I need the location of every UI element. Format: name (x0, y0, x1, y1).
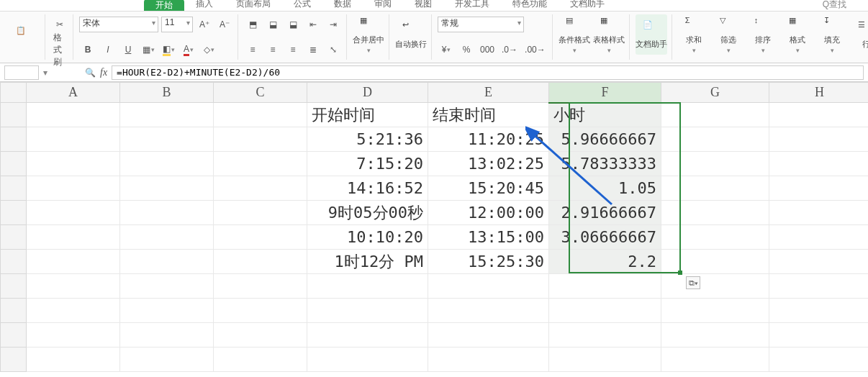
cell-B8[interactable] (120, 274, 214, 299)
col-header-E[interactable]: E (428, 83, 549, 103)
number-format-select[interactable]: 常规 (438, 17, 524, 32)
cell-F7[interactable]: 2.2 (549, 250, 661, 274)
col-header-D[interactable]: D (307, 83, 428, 103)
cell-A3[interactable] (27, 152, 120, 176)
cell-F8[interactable] (549, 274, 661, 299)
cell-D3[interactable]: 7:15:20 (307, 152, 428, 176)
row-header-7[interactable] (1, 250, 27, 274)
cell-A5[interactable] (27, 201, 120, 225)
tab-视图[interactable]: 视图 (403, 0, 443, 11)
tab-文档助手[interactable]: 文档助手 (559, 0, 616, 11)
cell-A9[interactable] (27, 299, 120, 323)
cell-E9[interactable] (428, 299, 549, 323)
cell-F11[interactable] (549, 348, 661, 372)
cut-icon[interactable]: ✂ (51, 16, 68, 33)
cell-C10[interactable] (214, 323, 307, 348)
sort-button[interactable]: ↕排序 (747, 14, 779, 55)
tab-页面布局[interactable]: 页面布局 (225, 0, 282, 11)
cell-H5[interactable] (769, 201, 869, 225)
tab-数据[interactable]: 数据 (322, 0, 363, 11)
fill-button[interactable]: ↧填充 (816, 14, 848, 55)
row-header-9[interactable] (1, 299, 27, 323)
align-middle-icon[interactable]: ⬓ (264, 16, 281, 33)
wrap-text-button[interactable]: ↩自动换行 (395, 14, 427, 55)
align-bottom-icon[interactable]: ⬓ (284, 16, 302, 33)
cell-H1[interactable] (769, 103, 869, 127)
cell-E1[interactable]: 结束时间 (428, 103, 549, 127)
cell-B6[interactable] (120, 225, 214, 250)
cell-C4[interactable] (214, 176, 307, 201)
cell-E3[interactable]: 13:02:25 (428, 152, 549, 176)
cell-C6[interactable] (214, 225, 307, 250)
row-header-4[interactable] (1, 176, 27, 201)
col-header-F[interactable]: F (549, 83, 661, 103)
cell-A7[interactable] (27, 250, 120, 274)
cell-G11[interactable] (661, 348, 769, 372)
row-header-1[interactable] (1, 103, 27, 127)
cell-C5[interactable] (214, 201, 307, 225)
tab-插入[interactable]: 插入 (184, 0, 225, 11)
cell-G7[interactable] (661, 250, 769, 274)
cell-G10[interactable] (661, 323, 769, 348)
tab-开发工具[interactable]: 开发工具 (443, 0, 501, 11)
cell-H4[interactable] (769, 176, 869, 201)
cell-A2[interactable] (27, 127, 120, 152)
select-all-corner[interactable] (1, 83, 27, 103)
cell-D5[interactable]: 9时05分00秒 (307, 201, 428, 225)
cell-D10[interactable] (307, 323, 428, 348)
font-color-button[interactable]: A (180, 41, 197, 58)
tab-特色功能[interactable]: 特色功能 (501, 0, 559, 11)
cell-F2[interactable]: 5.96666667 (549, 127, 661, 152)
percent-button[interactable]: % (458, 41, 475, 58)
col-header-A[interactable]: A (27, 83, 120, 103)
cell-E5[interactable]: 12:00:00 (428, 201, 549, 225)
cell-F1[interactable]: 小时 (549, 103, 661, 127)
indent-dec-icon[interactable]: ⇤ (304, 16, 322, 33)
cell-B11[interactable] (120, 348, 214, 372)
comma-button[interactable]: 000 (478, 41, 497, 58)
align-left-icon[interactable]: ≡ (244, 41, 261, 58)
cell-H6[interactable] (769, 225, 869, 250)
align-center-icon[interactable]: ≡ (264, 41, 281, 58)
highlight-button[interactable]: ◇ (200, 41, 217, 58)
cell-B7[interactable] (120, 250, 214, 274)
format-button[interactable]: ▦格式 (782, 14, 813, 55)
cell-F10[interactable] (549, 323, 661, 348)
cell-H11[interactable] (769, 348, 869, 372)
filter-button[interactable]: ▽筛选 (713, 14, 744, 55)
cell-E7[interactable]: 15:25:30 (428, 250, 549, 274)
col-header-B[interactable]: B (120, 83, 214, 103)
col-header-H[interactable]: H (769, 83, 869, 103)
cell-B3[interactable] (120, 152, 214, 176)
align-right-icon[interactable]: ≡ (284, 41, 302, 58)
cell-F6[interactable]: 3.06666667 (549, 225, 661, 250)
cell-G3[interactable] (661, 152, 769, 176)
border-button[interactable]: ▦ (140, 41, 157, 58)
italic-button[interactable]: I (99, 41, 117, 58)
cell-C7[interactable] (214, 250, 307, 274)
cell-D4[interactable]: 14:16:52 (307, 176, 428, 201)
cell-G4[interactable] (661, 176, 769, 201)
cell-C11[interactable] (214, 348, 307, 372)
cell-D8[interactable] (307, 274, 428, 299)
cell-B5[interactable] (120, 201, 214, 225)
tab-审阅[interactable]: 审阅 (363, 0, 403, 11)
cell-E10[interactable] (428, 323, 549, 348)
cell-G8[interactable] (661, 274, 769, 299)
row-header-5[interactable] (1, 201, 27, 225)
cell-H10[interactable] (769, 323, 869, 348)
cell-H2[interactable] (769, 127, 869, 152)
row-header-8[interactable] (1, 274, 27, 299)
search-hint[interactable]: Q查找 (823, 0, 846, 11)
row-header-6[interactable] (1, 225, 27, 250)
cell-G9[interactable] (661, 299, 769, 323)
grid[interactable]: ABCDEFGH 开始时间结束时间小时5:21:3611:20:255.9666… (0, 82, 868, 376)
font-increase-button[interactable]: A⁺ (196, 16, 213, 33)
cell-B4[interactable] (120, 176, 214, 201)
tab-开始[interactable]: 开始 (144, 0, 184, 11)
fill-color-button[interactable]: ◧ (160, 41, 177, 58)
currency-button[interactable]: ¥ (438, 41, 455, 58)
format-painter-button[interactable]: 格式刷 (51, 41, 68, 58)
cell-H3[interactable] (769, 152, 869, 176)
bold-button[interactable]: B (79, 41, 96, 58)
